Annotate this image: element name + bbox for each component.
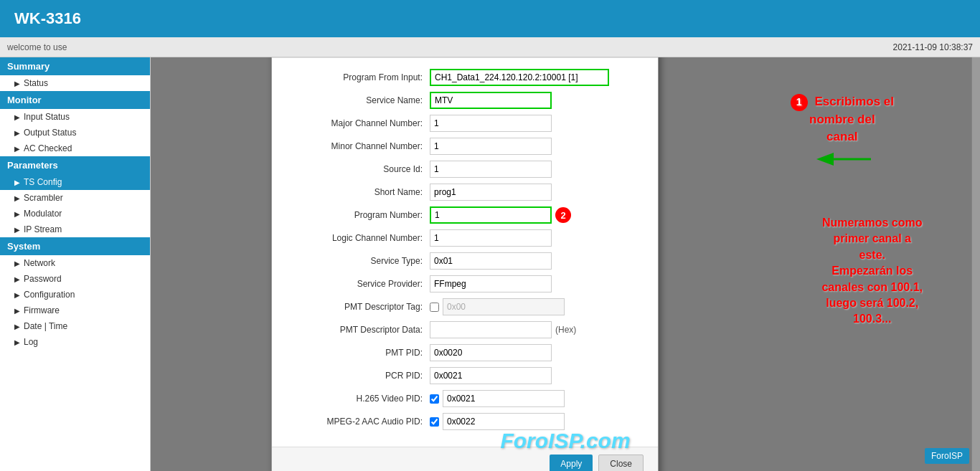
pmt-descriptor-tag-row: PMT Descriptor Tag: xyxy=(286,298,644,315)
close-button[interactable]: Close xyxy=(598,455,644,471)
sidebar-item-ac-checked[interactable]: ▶ AC Checked xyxy=(0,141,150,156)
program-info-dialog: Program Information [close] Program From… xyxy=(271,57,659,471)
content-area: 1 Escribimos elnombre delcanal Program I… xyxy=(151,57,980,471)
annotation-2: Numeramos comoprimer canal aeste.Empezar… xyxy=(821,215,923,328)
mpeg2-aac-audio-pid-group xyxy=(430,413,565,430)
source-id-row: Source Id: xyxy=(286,161,644,178)
sidebar-item-input-status[interactable]: ▶ Input Status xyxy=(0,109,150,125)
source-id-label: Source Id: xyxy=(286,164,430,174)
mpeg2-aac-audio-pid-field[interactable] xyxy=(443,413,565,430)
pmt-descriptor-tag-group xyxy=(430,298,565,315)
short-name-row: Short Name: xyxy=(286,184,644,201)
mpeg2-aac-audio-pid-label: MPEG-2 AAC Audio PID: xyxy=(286,417,430,427)
program-number-label: Program Number: xyxy=(286,210,430,220)
annotation-1: 1 Escribimos elnombre delcanal xyxy=(791,93,894,175)
service-name-row: Service Name: xyxy=(286,92,644,109)
program-from-input-field[interactable] xyxy=(430,69,609,86)
mpeg2-aac-audio-pid-checkbox[interactable] xyxy=(430,417,439,427)
sidebar: Summary ▶ Status Monitor ▶ Input Status … xyxy=(0,57,151,471)
h265-video-pid-field[interactable] xyxy=(443,390,565,407)
datetime-display: 2021-11-09 10:38:37 xyxy=(893,42,973,52)
sidebar-item-firmware[interactable]: ▶ Firmware xyxy=(0,303,150,318)
sidebar-item-status[interactable]: ▶ Status xyxy=(0,75,150,91)
sidebar-item-network[interactable]: ▶ Network xyxy=(0,255,150,271)
sidebar-item-scrambler[interactable]: ▶ Scrambler xyxy=(0,190,150,206)
program-from-input-label: Program From Input: xyxy=(286,72,430,82)
source-id-field[interactable] xyxy=(430,161,552,178)
sidebar-item-ip-stream[interactable]: ▶ IP Stream xyxy=(0,222,150,237)
mpeg2-aac-audio-pid-row: MPEG-2 AAC Audio PID: xyxy=(286,413,644,430)
major-channel-label: Major Channel Number: xyxy=(286,118,430,128)
logic-channel-row: Logic Channel Number: xyxy=(286,229,644,247)
pmt-descriptor-data-row: PMT Descriptor Data: (Hex) xyxy=(286,321,644,338)
pmt-descriptor-tag-field[interactable] xyxy=(443,298,565,315)
dialog-overlay: 1 Escribimos elnombre delcanal Program I… xyxy=(151,57,980,471)
major-channel-row: Major Channel Number: xyxy=(286,115,644,132)
short-name-field[interactable] xyxy=(430,184,552,201)
pmt-pid-field[interactable] xyxy=(430,344,552,361)
pmt-pid-row: PMT PID: xyxy=(286,344,644,361)
foroISP-badge: ForoISP xyxy=(925,448,969,464)
app-title: WK-3316 xyxy=(14,9,81,28)
main-layout: Summary ▶ Status Monitor ▶ Input Status … xyxy=(0,57,980,471)
sidebar-item-datetime[interactable]: ▶ Date | Time xyxy=(0,318,150,334)
service-name-label: Service Name: xyxy=(286,95,430,105)
apply-button[interactable]: Apply xyxy=(550,455,593,471)
app-header: WK-3316 xyxy=(0,0,980,37)
sidebar-item-log[interactable]: ▶ Log xyxy=(0,334,150,350)
pmt-pid-label: PMT PID: xyxy=(286,348,430,358)
program-number-field[interactable] xyxy=(430,206,552,224)
badge-2: 2 xyxy=(555,207,571,223)
h265-video-pid-checkbox[interactable] xyxy=(430,394,439,404)
sidebar-section-monitor: Monitor xyxy=(0,91,150,109)
pmt-descriptor-tag-checkbox[interactable] xyxy=(430,303,439,312)
sidebar-item-password[interactable]: ▶ Password xyxy=(0,271,150,287)
dialog-body: Program From Input: Service Name: Major … xyxy=(272,58,658,447)
program-number-row: Program Number: 2 xyxy=(286,206,644,224)
service-type-label: Service Type: xyxy=(286,256,430,266)
sidebar-item-ts-config[interactable]: ▶ TS Config xyxy=(0,174,150,190)
logic-channel-field[interactable] xyxy=(430,229,552,247)
pcr-pid-row: PCR PID: xyxy=(286,367,644,384)
pmt-descriptor-tag-label: PMT Descriptor Tag: xyxy=(286,302,430,312)
short-name-label: Short Name: xyxy=(286,187,430,197)
h265-video-pid-group xyxy=(430,390,565,407)
minor-channel-label: Minor Channel Number: xyxy=(286,141,430,151)
logic-channel-label: Logic Channel Number: xyxy=(286,233,430,243)
welcome-text: welcome to use xyxy=(7,42,67,52)
minor-channel-field[interactable] xyxy=(430,138,552,155)
service-provider-label: Service Provider: xyxy=(286,279,430,289)
h265-video-pid-row: H.265 Video PID: xyxy=(286,390,644,407)
service-provider-field[interactable] xyxy=(430,275,552,292)
sidebar-item-configuration[interactable]: ▶ Configuration xyxy=(0,287,150,303)
minor-channel-row: Minor Channel Number: xyxy=(286,138,644,155)
service-name-field[interactable] xyxy=(430,92,552,109)
sidebar-section-summary: Summary xyxy=(0,57,150,75)
sidebar-section-system: System xyxy=(0,237,150,255)
program-from-input-row: Program From Input: xyxy=(286,69,644,86)
sidebar-item-output-status[interactable]: ▶ Output Status xyxy=(0,125,150,141)
pmt-descriptor-data-field[interactable] xyxy=(430,321,552,338)
service-type-row: Service Type: xyxy=(286,252,644,270)
pmt-descriptor-data-label: PMT Descriptor Data: xyxy=(286,325,430,335)
h265-video-pid-label: H.265 Video PID: xyxy=(286,394,430,404)
pcr-pid-label: PCR PID: xyxy=(286,371,430,381)
pcr-pid-field[interactable] xyxy=(430,367,552,384)
sidebar-section-parameters: Parameters xyxy=(0,156,150,174)
service-provider-row: Service Provider: xyxy=(286,275,644,292)
topbar: welcome to use 2021-11-09 10:38:37 xyxy=(0,37,980,57)
sidebar-item-modulator[interactable]: ▶ Modulator xyxy=(0,206,150,222)
service-type-field[interactable] xyxy=(430,252,552,270)
watermark: ForoISP.com xyxy=(500,429,630,453)
hex-suffix: (Hex) xyxy=(555,325,576,335)
major-channel-field[interactable] xyxy=(430,115,552,132)
